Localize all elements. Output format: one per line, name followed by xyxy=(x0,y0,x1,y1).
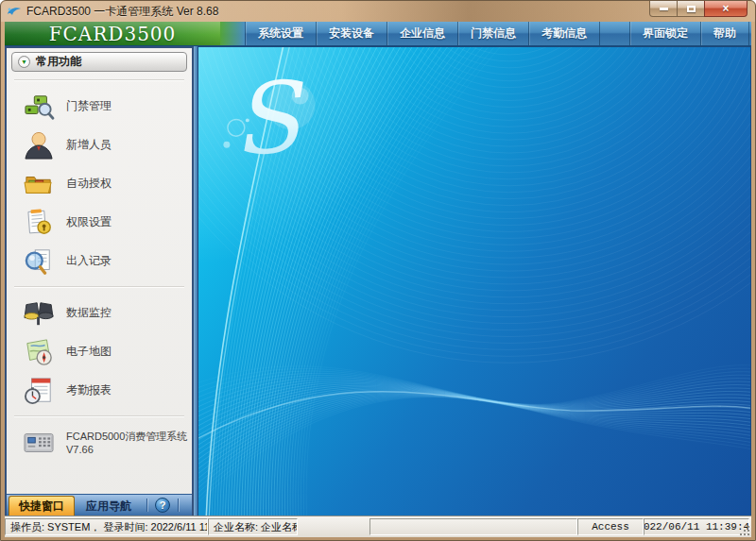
sidebar-group-3: FCARD5000消费管理系统 V7.66 xyxy=(7,423,192,462)
sidebar-item-label: 考勤报表 xyxy=(66,382,112,398)
window-bottom-border xyxy=(1,537,755,540)
main-content: S xyxy=(198,46,751,516)
menubar: FCARD3500 系统设置 安装设备 企业信息 门禁信息 考勤信息 界面锁定 … xyxy=(5,22,751,46)
menu-item-system-settings[interactable]: 系统设置 xyxy=(245,22,317,45)
divider xyxy=(14,286,184,288)
sidebar-item-permission-settings[interactable]: 权限设置 xyxy=(7,203,192,242)
pos-terminal-icon xyxy=(22,428,56,458)
app-window: FCARD3500 一卡通管理系统 Ver 8.68 × FCARD3500 系… xyxy=(0,0,756,541)
permission-settings-icon xyxy=(22,208,56,238)
sidebar-item-label: 门禁管理 xyxy=(66,98,112,114)
menu-item-install-devices[interactable]: 安装设备 xyxy=(317,22,387,45)
menu-item-lock-ui[interactable]: 界面锁定 xyxy=(629,22,701,45)
divider xyxy=(14,415,184,417)
menu-spacer xyxy=(600,22,629,45)
access-records-icon xyxy=(22,246,56,277)
sidebar-header-label: 常用功能 xyxy=(36,54,81,70)
help-icon[interactable]: ? xyxy=(155,498,170,513)
tab-separator xyxy=(146,499,147,512)
sidebar-item-label: FCARD5000消费管理系统 V7.66 xyxy=(66,430,192,455)
data-monitor-icon xyxy=(22,298,56,329)
divider xyxy=(14,79,184,81)
menu-item-company-info[interactable]: 企业信息 xyxy=(387,22,458,45)
sidebar-item-label: 自动授权 xyxy=(66,176,112,192)
sidebar-group-1: 门禁管理 新增人员 xyxy=(7,87,192,280)
sidebar-item-access-management[interactable]: 门禁管理 xyxy=(7,87,192,126)
sidebar-tabbar: 快捷窗口 应用导航 ? xyxy=(7,494,192,516)
menu-item-attendance-info[interactable]: 考勤信息 xyxy=(529,22,600,45)
sidebar-item-fcard5000[interactable]: FCARD5000消费管理系统 V7.66 xyxy=(7,423,192,462)
sidebar-item-auto-authorize[interactable]: 自动授权 xyxy=(7,164,192,203)
body: ▼ 常用功能 门禁管理 xyxy=(5,46,751,516)
sidebar-item-data-monitor[interactable]: 数据监控 xyxy=(7,294,192,332)
maximize-icon[interactable] xyxy=(678,1,704,17)
status-company: 企业名称: 企业名称 xyxy=(208,518,298,535)
titlebar[interactable]: FCARD3500 一卡通管理系统 Ver 8.68 × xyxy=(1,1,755,22)
sidebar-item-label: 电子地图 xyxy=(66,344,112,360)
status-blank-panel xyxy=(369,518,577,535)
brand-blend xyxy=(220,22,245,45)
electronic-map-icon xyxy=(22,337,56,367)
status-operator: 操作员: SYSTEM， 登录时间: 2022/6/11 11:39:32 xyxy=(5,518,208,535)
statusbar: 操作员: SYSTEM， 登录时间: 2022/6/11 11:39:32 企业… xyxy=(5,516,751,537)
sidebar-item-label: 出入记录 xyxy=(66,253,112,269)
status-database: Access xyxy=(577,518,644,535)
menu-item-access-info[interactable]: 门禁信息 xyxy=(458,22,529,45)
add-person-icon xyxy=(22,130,56,161)
sidebar-item-attendance-report[interactable]: 考勤报表 xyxy=(7,371,192,410)
status-gap xyxy=(298,518,369,535)
tab-separator xyxy=(178,499,179,512)
attendance-report-icon xyxy=(22,376,56,406)
sidebar-group-2: 数据监控 电子地图 xyxy=(7,294,192,410)
tab-quick-window[interactable]: 快捷窗口 xyxy=(9,496,75,516)
brand-logo: FCARD3500 xyxy=(5,22,220,45)
window-title: FCARD3500 一卡通管理系统 Ver 8.68 xyxy=(26,4,218,20)
sidebar-item-add-person[interactable]: 新增人员 xyxy=(7,126,192,164)
menu-right: 界面锁定 帮助 xyxy=(629,22,749,45)
sidebar-item-electronic-map[interactable]: 电子地图 xyxy=(7,332,192,371)
status-datetime: 2022/06/11 11:39:40 xyxy=(644,518,749,535)
menu-items: 系统设置 安装设备 企业信息 门禁信息 考勤信息 xyxy=(245,22,600,45)
resize-grip-icon[interactable] xyxy=(739,525,750,536)
sidebar-item-access-records[interactable]: 出入记录 xyxy=(7,242,192,280)
sidebar-header[interactable]: ▼ 常用功能 xyxy=(11,52,187,72)
minimize-icon[interactable] xyxy=(649,1,678,17)
tab-app-navigation[interactable]: 应用导航 xyxy=(77,498,141,516)
swoosh-bird-icon xyxy=(7,6,22,17)
close-icon[interactable]: × xyxy=(704,1,747,17)
auto-authorize-icon xyxy=(22,169,56,199)
wave-background-art: S xyxy=(198,47,750,516)
menu-item-help[interactable]: 帮助 xyxy=(701,22,749,45)
sidebar-item-label: 数据监控 xyxy=(66,305,112,321)
sidebar-item-label: 新增人员 xyxy=(66,137,112,153)
window-controls: × xyxy=(649,1,747,17)
collapse-arrow-icon: ▼ xyxy=(18,56,30,68)
sidebar-spacer xyxy=(7,462,192,494)
access-management-icon xyxy=(22,92,56,122)
sidebar: ▼ 常用功能 门禁管理 xyxy=(5,46,194,516)
sidebar-item-label: 权限设置 xyxy=(66,214,112,230)
